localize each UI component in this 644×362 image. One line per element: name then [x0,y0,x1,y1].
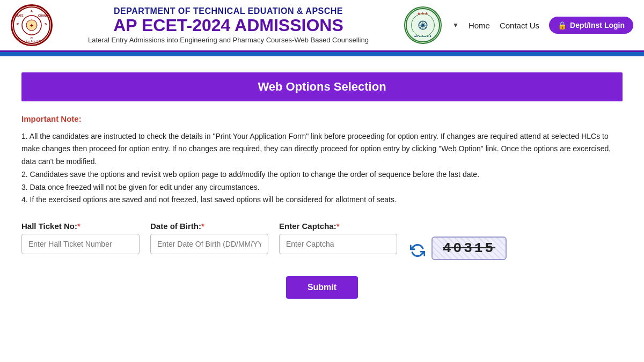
dept-login-button[interactable]: 🔒 Dept/Inst Login [549,17,633,34]
hall-ticket-group: Hall Ticket No:* [21,221,140,254]
submit-area: Submit [21,276,623,299]
header-nav: ▼ Home Contact Us 🔒 Dept/Inst Login [452,17,633,34]
refresh-captcha-button[interactable] [408,241,427,260]
submit-button[interactable]: Submit [286,276,358,299]
captcha-group: Enter Captcha:* [279,221,397,254]
svg-text:★★★: ★★★ [418,11,429,16]
site-header: A P S C ✦ STATE COUNCIL ఆంధ్రప్రదేశ్ DEP… [0,0,644,52]
dob-label: Date of Birth:* [150,221,268,231]
svg-text:✦: ✦ [30,23,34,28]
dob-input[interactable] [150,234,268,254]
hall-ticket-input[interactable] [21,234,140,254]
svg-text:A: A [31,10,33,13]
dept-title: DEPARTMENT OF TECHNICAL EDUATION & APSCH… [58,6,399,16]
lock-icon: 🔒 [558,21,567,29]
section-heading: Web Options Selection [21,72,623,101]
note-section: Important Note: 1. All the candidates ar… [21,112,623,206]
note-line-2: 2. Candidates save the options and revis… [21,168,623,181]
header-center: DEPARTMENT OF TECHNICAL EDUATION & APSCH… [53,6,404,44]
login-button-label: Dept/Inst Login [570,21,625,29]
svg-text:STATE: STATE [15,14,24,17]
important-note-label: Important Note: [21,112,623,126]
svg-text:ఆంధ్రప్రదేశ్: ఆంధ్రప్రదేశ్ [414,35,433,38]
hall-ticket-label: Hall Ticket No:* [21,221,140,231]
main-title: AP ECET-2024 ADMISSIONS [58,16,399,35]
main-content: Web Options Selection Important Note: 1.… [11,72,633,299]
apsche-logo-left: A P S C ✦ STATE COUNCIL ఆంధ్రప్రదేశ్ [11,4,53,46]
web-options-form: Hall Ticket No:* Date of Birth:* Enter C… [21,221,623,260]
svg-text:ఆంధ్రప్రదేశ్: ఆంధ్రప్రదేశ్ [23,40,41,43]
svg-text:P: P [17,23,19,26]
note-line-3: 3. Data once freezed will not be given f… [21,181,623,194]
nav-contact[interactable]: Contact Us [500,21,539,30]
blue-stripe [0,52,644,56]
note-line-1: 1. All the candidates are instructed to … [21,130,623,168]
note-line-4: 4. If the exercised options are saved an… [21,194,623,206]
svg-text:S: S [45,23,47,26]
captcha-label: Enter Captcha:* [279,221,397,231]
nav-home[interactable]: Home [469,21,490,30]
captcha-display: 40315 [431,237,507,260]
svg-text:COUNCIL: COUNCIL [38,14,50,17]
captcha-image-area: 40315 [408,221,507,260]
dob-group: Date of Birth:* [150,221,268,254]
header-subtitle: Lateral Entry Admissions into Engineerin… [58,36,399,44]
captcha-input[interactable] [279,234,397,254]
dropdown-arrow[interactable]: ▼ [452,21,459,29]
ap-emblem-logo: ★★★ ఆంధ్రప్రదేశ్ [404,6,442,44]
